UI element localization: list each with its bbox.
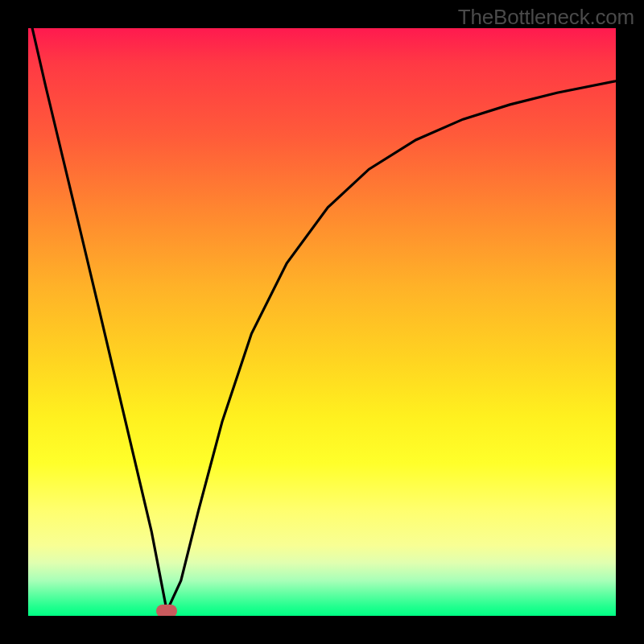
frame-right: [616, 0, 644, 644]
frame-left: [0, 0, 28, 644]
frame-bottom: [0, 616, 644, 644]
attribution-text: TheBottleneck.com: [458, 5, 634, 30]
minimum-marker: [156, 605, 177, 617]
curve-left-branch: [32, 28, 167, 611]
curve-right-branch: [167, 81, 616, 611]
curve-layer: [28, 28, 616, 616]
chart-container: TheBottleneck.com: [0, 0, 644, 644]
